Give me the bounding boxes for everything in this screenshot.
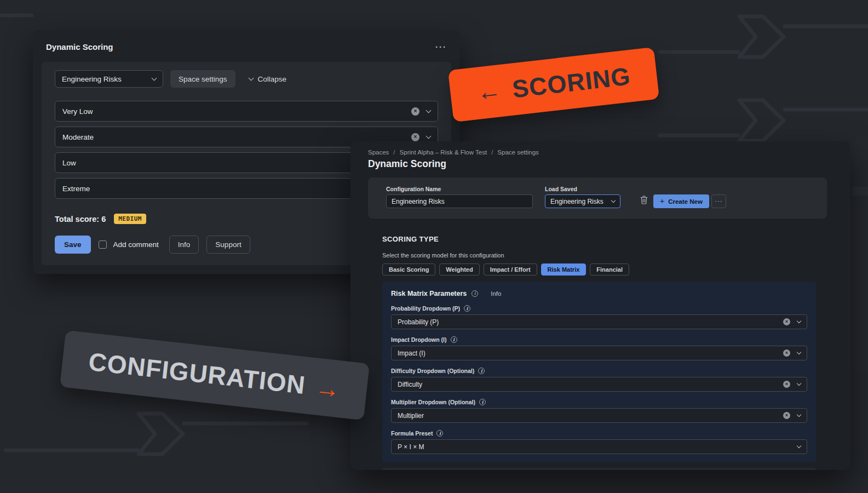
clear-icon[interactable]: × [783,381,790,388]
widget-title: Dynamic Scoring [46,42,113,51]
support-button[interactable]: Support [206,236,250,254]
space-settings-button[interactable]: Space settings [170,70,235,88]
probability-select[interactable]: Probability (P) × [391,314,807,329]
collapse-toggle[interactable]: Collapse [249,75,287,83]
info-icon[interactable]: i [472,290,478,297]
param-probability: Probability Dropdown (P) i Probability (… [391,305,807,329]
tab-basic-scoring[interactable]: Basic Scoring [382,263,435,276]
clear-icon[interactable]: × [783,318,790,325]
chevron-down-icon [797,349,801,354]
clear-icon[interactable]: × [411,133,419,141]
breadcrumb-item-spaces[interactable]: Spaces [368,149,389,156]
preset-select-value: Engineering Risks [62,75,122,83]
param-select-value: Difficulty [398,381,422,388]
score-severity-badge: MEDIUM [114,214,146,224]
scoring-type-hint: Select the scoring model for this config… [382,252,850,259]
scoring-type-tabs: Basic Scoring Weighted Impact / Effort R… [382,263,850,276]
impact-select[interactable]: Impact (I) × [391,346,807,360]
configuration-preset-select[interactable]: Engineering Risks [55,70,163,88]
trash-icon [640,196,648,204]
param-select-value: Multiplier [398,412,424,420]
param-impact: Impact Dropdown (I) i Impact (I) × [391,336,807,360]
chevron-down-icon [426,133,432,139]
param-select-value: P × I × M [398,443,424,451]
param-select-value: Probability (P) [398,318,439,326]
configuration-card: Configuration Name Load Saved Engineerin… [368,177,827,219]
total-score-label: Total score: 6 [55,215,106,223]
widget-header: Dynamic Scoring ··· [33,30,460,51]
page-canvas: Dynamic Scoring ··· Engineering Risks Sp… [0,0,868,493]
chevron-down-icon [611,198,616,203]
info-icon[interactable]: i [436,430,443,437]
param-label: Impact Dropdown (I) [391,336,447,343]
kebab-menu-icon[interactable]: ··· [435,42,447,51]
chevron-down-icon [248,75,254,81]
param-label: Difficulty Dropdown (Optional) [391,368,474,374]
param-label: Formula Preset [391,430,433,437]
info-icon[interactable]: i [479,399,486,405]
formula-preset-select[interactable]: P × I × M [391,439,807,454]
breadcrumb-separator: / [393,149,395,156]
breadcrumb-item-space[interactable]: Sprint Alpha – Risk & Flow Test [400,149,487,156]
config-name-input[interactable] [386,194,533,208]
create-new-label: Create New [668,198,703,205]
scoring-sticker-label: SCORING [511,62,633,104]
scoring-type-heading: SCORING TYPE [382,235,850,243]
dropdown-value: Very Low [62,107,93,116]
load-saved-value: Engineering Risks [550,198,603,205]
configuration-sticker-label: CONFIGURATION [87,347,307,400]
tab-weighted[interactable]: Weighted [439,263,479,276]
param-formula-preset: Formula Preset i P × I × M [391,430,807,454]
params-header: Risk Matrix Parameters i Info [391,290,807,297]
multiplier-select[interactable]: Multiplier × [391,408,807,423]
widget-controls-row: Engineering Risks Space settings Collaps… [55,70,438,88]
add-comment-checkbox[interactable] [99,240,107,249]
tab-risk-matrix[interactable]: Risk Matrix [541,263,587,276]
param-label: Multiplier Dropdown (Optional) [391,399,475,405]
clear-icon[interactable]: × [783,412,790,419]
arrow-right-icon: → [313,372,342,404]
flow-arrow-icon [139,414,183,454]
arrow-left-icon: ← [475,76,503,106]
param-label: Probability Dropdown (P) [391,305,460,312]
dropdown-value: Low [62,159,76,167]
add-comment-label: Add comment [113,240,159,249]
param-difficulty: Difficulty Dropdown (Optional) i Difficu… [391,368,807,392]
plus-icon: + [660,197,664,205]
more-options-button[interactable]: ··· [711,194,726,208]
flow-arrow-icon [739,100,784,141]
info-icon[interactable]: i [464,305,470,312]
dropdown-very-low[interactable]: Very Low × [55,101,438,122]
tab-impact-effort[interactable]: Impact / Effort [484,263,537,276]
info-icon[interactable]: i [451,336,457,343]
difficulty-select[interactable]: Difficulty × [391,377,807,392]
chevron-down-icon [797,318,801,323]
chevron-down-icon [797,412,801,416]
risk-matrix-parameters-box: Risk Matrix Parameters i Info Probabilit… [382,282,816,462]
config-name-label: Configuration Name [386,186,441,192]
chevron-down-icon [797,443,801,448]
next-section-hint [382,468,816,470]
breadcrumb-separator: / [491,149,493,156]
load-saved-select[interactable]: Engineering Risks [545,194,620,208]
delete-configuration-button[interactable] [640,196,648,206]
dropdown-value: Extreme [62,185,90,193]
create-new-button[interactable]: + Create New [653,194,709,208]
dropdown-value: Moderate [62,133,94,141]
clear-icon[interactable]: × [411,107,419,116]
info-button[interactable]: Info [169,236,199,254]
tab-financial[interactable]: Financial [590,263,629,276]
page-title: Dynamic Scoring [368,158,850,170]
load-saved-label: Load Saved [545,186,577,192]
chevron-down-icon [797,381,801,385]
chevron-down-icon [152,75,157,81]
save-button[interactable]: Save [55,236,91,254]
collapse-label: Collapse [258,75,287,83]
param-multiplier: Multiplier Dropdown (Optional) i Multipl… [391,399,807,423]
params-info-link[interactable]: Info [491,290,501,297]
clear-icon[interactable]: × [783,349,790,357]
chevron-down-icon [426,107,432,113]
info-icon[interactable]: i [478,368,485,374]
breadcrumb-item-current: Space settings [497,149,538,156]
flow-arrow-icon [739,16,784,57]
